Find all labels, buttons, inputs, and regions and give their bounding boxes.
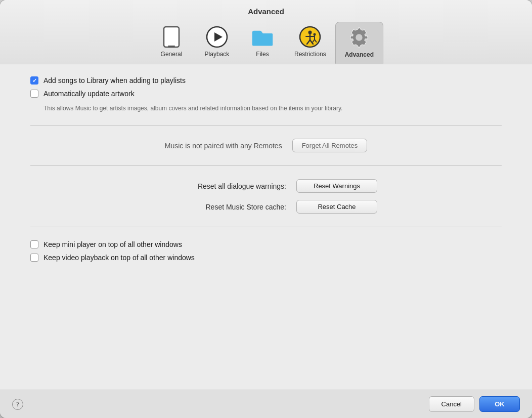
checkbox-row-2: Automatically update artwork: [30, 90, 502, 98]
title-bar: Advanced General: [0, 0, 532, 64]
tab-files[interactable]: Files: [240, 22, 285, 64]
reset-cache-button[interactable]: Reset Cache: [296, 200, 377, 214]
advanced-icon: [348, 26, 370, 49]
files-icon: [251, 26, 274, 48]
tab-advanced-label: Advanced: [345, 51, 374, 58]
checkbox-row-3: Keep mini player on top of all other win…: [30, 240, 502, 248]
cancel-button[interactable]: Cancel: [429, 396, 474, 412]
reset-warnings-label: Reset all dialogue warnings:: [155, 182, 286, 190]
checkbox-row-1: Add songs to Library when adding to play…: [30, 76, 502, 85]
tab-general[interactable]: General: [149, 22, 194, 64]
remotes-section: Music is not paired with any Remotes For…: [30, 134, 502, 157]
forget-remotes-button[interactable]: Forget All Remotes: [292, 139, 368, 152]
reset-warnings-button[interactable]: Reset Warnings: [296, 179, 377, 193]
reset-cache-row: Reset Music Store cache: Reset Cache: [155, 200, 377, 214]
reset-cache-label: Reset Music Store cache:: [155, 203, 286, 211]
window-title: Advanced: [0, 7, 532, 16]
checkbox-section-top: Add songs to Library when adding to play…: [30, 76, 502, 113]
divider-1: [30, 125, 502, 126]
update-artwork-checkbox[interactable]: [30, 90, 38, 98]
add-songs-checkbox[interactable]: [30, 76, 38, 85]
update-artwork-label: Automatically update artwork: [43, 90, 135, 98]
ok-button[interactable]: OK: [479, 396, 520, 412]
video-playback-label: Keep video playback on top of all other …: [43, 254, 195, 262]
footer: ? Cancel OK: [0, 390, 532, 418]
tab-files-label: Files: [256, 51, 269, 58]
window-section: Keep mini player on top of all other win…: [30, 235, 502, 267]
artwork-description: This allows Music to get artists images,…: [43, 104, 502, 113]
tab-playback-label: Playback: [205, 51, 230, 58]
restrictions-icon: [299, 26, 321, 48]
checkbox-row-4: Keep video playback on top of all other …: [30, 254, 502, 262]
add-songs-label: Add songs to Library when adding to play…: [43, 76, 186, 85]
svg-rect-0: [164, 27, 179, 47]
tab-playback[interactable]: Playback: [194, 22, 240, 64]
preferences-window: Advanced General: [0, 0, 532, 418]
toolbar: General Playback File: [0, 22, 532, 64]
reset-section: Reset all dialogue warnings: Reset Warni…: [30, 174, 502, 219]
tab-restrictions[interactable]: Restrictions: [285, 22, 335, 64]
mini-player-checkbox[interactable]: [30, 240, 38, 248]
video-playback-checkbox[interactable]: [30, 254, 38, 262]
remotes-label: Music is not paired with any Remotes: [165, 142, 282, 150]
tab-restrictions-label: Restrictions: [294, 51, 326, 58]
footer-buttons: Cancel OK: [429, 396, 520, 412]
reset-warnings-row: Reset all dialogue warnings: Reset Warni…: [155, 179, 377, 193]
tab-general-label: General: [161, 51, 183, 58]
divider-2: [30, 165, 502, 166]
general-icon: [160, 26, 183, 48]
main-content: Add songs to Library when adding to play…: [0, 64, 532, 390]
help-button[interactable]: ?: [12, 399, 23, 410]
tab-advanced[interactable]: Advanced: [335, 22, 383, 64]
playback-icon: [206, 26, 228, 48]
svg-point-14: [356, 34, 363, 40]
divider-3: [30, 227, 502, 227]
mini-player-label: Keep mini player on top of all other win…: [43, 240, 182, 248]
